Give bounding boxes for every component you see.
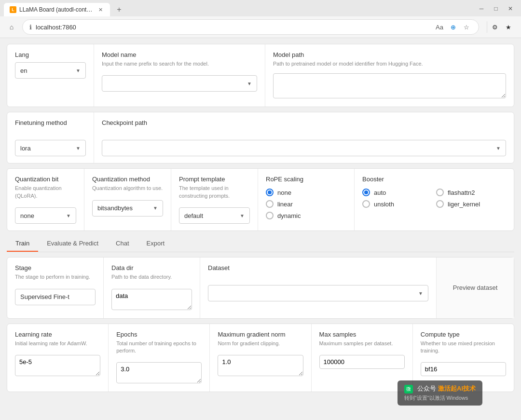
favorites-icon[interactable]: ☆	[461, 22, 472, 32]
quant-bit-control: none ▼	[15, 203, 76, 224]
data-dir-hint: Path to the data directory.	[111, 273, 192, 281]
compute-type-input[interactable]	[421, 362, 506, 376]
max-gradient-norm-section: Maximum gradient norm Norm for gradient …	[210, 324, 311, 392]
max-samples-input[interactable]	[319, 355, 405, 369]
quant-bit-select[interactable]: none ▼	[15, 207, 76, 224]
data-dir-field: Data dir Path to the data directory.	[111, 264, 192, 311]
rope-scaling-field: RoPE scaling none linear dynamic	[266, 176, 346, 219]
tab-bar: L LLaMA Board (autodl-container-2 ✕ + ─ …	[0, 0, 521, 16]
booster-liger-radio[interactable]	[436, 200, 444, 208]
watermark-text: 公众号	[417, 385, 436, 392]
booster-flashattn2-radio[interactable]	[436, 189, 444, 196]
quant-bit-section: Quantization bit Enable quantization (QL…	[7, 169, 84, 230]
compute-type-control	[421, 358, 506, 376]
quant-bit-field: Quantization bit Enable quantization (QL…	[15, 176, 76, 224]
quant-method-select[interactable]: bitsandbytes ▼	[92, 200, 163, 217]
epochs-section: Epochs Total number of training epochs t…	[109, 324, 210, 392]
info-icon: ℹ	[29, 24, 32, 31]
booster-auto-option[interactable]: auto	[362, 189, 432, 196]
new-tab-button[interactable]: +	[113, 3, 125, 16]
tab-close-btn[interactable]: ✕	[96, 6, 104, 14]
finetuning-control: lora ▼	[15, 130, 86, 156]
booster-liger-option[interactable]: liger_kernel	[436, 200, 506, 208]
learning-rate-hint: Initial learning rate for AdamW.	[15, 340, 100, 347]
compute-type-field: Compute type Whether to use mixed precis…	[421, 331, 506, 377]
prompt-template-control: default ▼	[179, 203, 250, 224]
rope-linear-radio[interactable]	[266, 200, 274, 208]
tab-export[interactable]: Export	[138, 236, 174, 252]
dataset-field: Dataset ▼	[208, 264, 428, 301]
stage-section: Stage The stage to perform in training. …	[7, 257, 104, 318]
quant-method-control: bitsandbytes ▼	[92, 196, 163, 217]
model-path-textarea[interactable]	[273, 73, 506, 98]
finetuning-select[interactable]: lora ▼	[15, 140, 86, 156]
booster-options: auto flashattn2 unsloth liger_kernel	[362, 189, 506, 208]
minimize-button[interactable]: ─	[475, 3, 488, 14]
tab-evaluate[interactable]: Evaluate & Predict	[38, 236, 107, 252]
settings-icon[interactable]: ⚙	[489, 21, 501, 33]
url-box[interactable]: ℹ localhost:7860 Aa ⊕ ☆	[22, 19, 479, 35]
browser-chrome: L LLaMA Board (autodl-container-2 ✕ + ─ …	[0, 0, 521, 38]
prompt-template-hint: The template used in constructing prompt…	[179, 185, 250, 200]
quant-bit-label: Quantization bit	[15, 176, 76, 183]
booster-unsloth-radio[interactable]	[362, 200, 370, 208]
dataset-section: Dataset ▼	[200, 257, 437, 318]
main-content: Lang en ▼ Model name Input the name pref…	[0, 38, 521, 420]
preview-section: Preview dataset	[437, 257, 514, 318]
dataset-control: ▼	[208, 275, 428, 301]
tab-train[interactable]: Train	[7, 236, 38, 252]
rope-none-radio[interactable]	[266, 189, 274, 196]
learning-rate-section: Learning rate Initial learning rate for …	[7, 324, 109, 392]
max-gradient-norm-textarea[interactable]	[218, 355, 303, 376]
prompt-template-select[interactable]: default ▼	[179, 207, 250, 224]
close-window-button[interactable]: ✕	[504, 3, 517, 14]
epochs-control	[116, 358, 202, 385]
model-path-field: Model path Path to pretrained model or m…	[273, 51, 506, 100]
finetuning-arrow-icon: ▼	[76, 146, 81, 151]
rope-none-option[interactable]: none	[266, 189, 346, 196]
model-name-select[interactable]: ▼	[102, 75, 257, 92]
prompt-template-arrow-icon: ▼	[240, 213, 245, 218]
read-aloud-icon[interactable]: Aa	[434, 22, 445, 32]
booster-auto-radio[interactable]	[362, 189, 370, 196]
model-name-section: Model name Input the name prefix to sear…	[94, 44, 265, 107]
checkpoint-select[interactable]: ▼	[102, 140, 506, 156]
checkpoint-label: Checkpoint path	[102, 119, 506, 126]
rope-dynamic-radio[interactable]	[266, 212, 274, 219]
preview-dataset-button[interactable]: Preview dataset	[453, 284, 498, 291]
address-bar: ⌂ ℹ localhost:7860 Aa ⊕ ☆ ⚙ ★	[0, 16, 521, 38]
active-tab[interactable]: L LLaMA Board (autodl-container-2 ✕	[4, 3, 110, 16]
extension-icons: ⚙ ★	[487, 21, 516, 33]
epochs-hint: Total number of training epochs to perfo…	[116, 340, 202, 355]
tabs-bar: Train Evaluate & Predict Chat Export	[7, 236, 514, 252]
prompt-template-value: default	[184, 212, 203, 219]
stage-value: Supervised Fine-t	[20, 293, 69, 300]
model-name-arrow-icon: ▼	[247, 81, 252, 86]
model-path-control	[273, 71, 506, 100]
section-quantization: Quantization bit Enable quantization (QL…	[7, 168, 514, 231]
maximize-button[interactable]: □	[489, 3, 503, 14]
quant-method-arrow-icon: ▼	[153, 205, 158, 211]
epochs-textarea[interactable]	[116, 362, 202, 383]
booster-label: Booster	[362, 176, 506, 183]
model-name-field: Model name Input the name prefix to sear…	[102, 51, 257, 92]
tab-chat[interactable]: Chat	[107, 236, 137, 252]
learning-rate-textarea[interactable]	[15, 355, 100, 376]
extensions-icon[interactable]: ★	[503, 21, 514, 33]
model-path-hint: Path to pretrained model or model identi…	[273, 60, 506, 68]
watermark-sub: 转到"设置"以激活 Windows	[404, 394, 476, 402]
data-dir-textarea[interactable]	[111, 289, 192, 310]
dataset-select[interactable]: ▼	[208, 285, 428, 301]
rope-linear-option[interactable]: linear	[266, 200, 346, 208]
rope-dynamic-option[interactable]: dynamic	[266, 212, 346, 219]
lang-select[interactable]: en ▼	[15, 62, 86, 79]
stage-hint: The stage to perform in training.	[15, 273, 96, 281]
home-button[interactable]: ⌂	[5, 20, 18, 34]
quant-method-hint: Quantization algorithm to use.	[92, 185, 163, 192]
booster-flashattn2-option[interactable]: flashattn2	[436, 189, 506, 196]
stage-label: Stage	[15, 264, 96, 271]
booster-unsloth-option[interactable]: unsloth	[362, 200, 432, 208]
checkpoint-arrow-icon: ▼	[496, 146, 501, 151]
stage-select[interactable]: Supervised Fine-t	[15, 289, 96, 305]
model-path-section: Model path Path to pretrained model or m…	[265, 44, 514, 107]
